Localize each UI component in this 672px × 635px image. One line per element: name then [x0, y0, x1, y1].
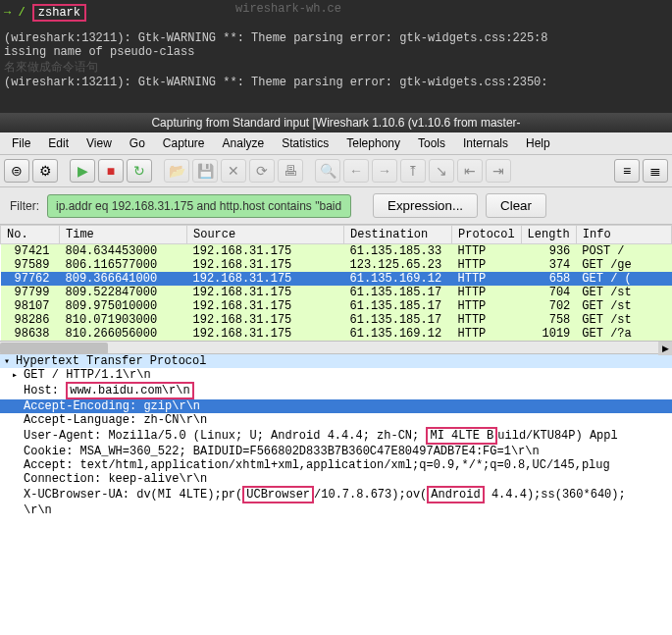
- col-header-source[interactable]: Source: [187, 226, 344, 244]
- menu-go[interactable]: Go: [122, 134, 153, 152]
- table-row[interactable]: 97799809.522847000192.168.31.17561.135.1…: [1, 286, 672, 299]
- cell-dst: 61.135.169.12: [344, 272, 452, 286]
- cell-no: 97799: [1, 286, 60, 299]
- cell-dst: 61.135.169.12: [344, 327, 452, 341]
- forward-icon: →: [372, 159, 397, 183]
- detail-cookie[interactable]: Cookie: MSA_WH=360_522; BAIDUID=F566802D…: [0, 445, 672, 458]
- cell-dst: 61.135.185.17: [344, 313, 452, 327]
- cell-dst: 61.135.185.33: [344, 244, 452, 259]
- detail-proto-header[interactable]: Hypertext Transfer Protocol: [0, 354, 672, 368]
- detail-host[interactable]: Host: www.baidu.com\r\n: [0, 382, 672, 399]
- cell-info: GET /st: [576, 313, 671, 327]
- cell-info: GET /?a: [576, 327, 671, 341]
- col-header-info[interactable]: Info: [576, 226, 671, 244]
- jump-icon: ⤒: [400, 159, 426, 183]
- cell-proto: HTTP: [452, 299, 522, 313]
- ua-pre: User-Agent: Mozilla/5.0 (Linux; U; Andro…: [24, 429, 426, 443]
- detail-connection[interactable]: Connection: keep-alive\r\n: [0, 472, 672, 486]
- save-icon: 💾: [192, 159, 218, 183]
- cell-dst: 123.125.65.23: [344, 258, 452, 272]
- cell-src: 192.168.31.175: [187, 313, 344, 327]
- detail-user-agent[interactable]: User-Agent: Mozilla/5.0 (Linux; U; Andro…: [0, 427, 672, 445]
- detail-accept-language[interactable]: Accept-Language: zh-CN\r\n: [0, 413, 672, 427]
- col-header-protocol[interactable]: Protocol: [452, 226, 522, 244]
- terminal-tab-faded: wireshark-wh.ce: [235, 2, 341, 16]
- menu-help[interactable]: Help: [518, 134, 558, 152]
- cell-src: 192.168.31.175: [187, 327, 344, 341]
- stop-capture-icon[interactable]: ■: [98, 159, 124, 183]
- options-icon[interactable]: ⚙: [32, 159, 58, 183]
- table-row[interactable]: 97421804.634453000192.168.31.17561.135.1…: [1, 244, 672, 259]
- colorize-icon[interactable]: ≡: [614, 159, 640, 183]
- xuc-browser-box: UCBrowser: [242, 486, 314, 503]
- cell-len: 704: [521, 286, 576, 299]
- find-icon: 🔍: [315, 159, 340, 183]
- col-header-destination[interactable]: Destination: [344, 226, 452, 244]
- cell-src: 192.168.31.175: [187, 272, 344, 286]
- menu-capture[interactable]: Capture: [155, 134, 213, 152]
- filter-input[interactable]: [47, 194, 351, 218]
- auto-scroll-icon[interactable]: ≣: [643, 159, 668, 183]
- close-icon: ✕: [221, 159, 246, 183]
- packet-detail-pane[interactable]: Hypertext Transfer Protocol GET / HTTP/1…: [0, 354, 672, 517]
- table-row[interactable]: 97762809.366641000192.168.31.17561.135.1…: [1, 272, 672, 286]
- print-icon: 🖶: [278, 159, 303, 183]
- table-row[interactable]: 98286810.071903000192.168.31.17561.135.1…: [1, 313, 672, 327]
- cell-time: 804.634453000: [60, 244, 187, 259]
- window-title: Capturing from Standard input [Wireshark…: [0, 113, 672, 132]
- cell-len: 758: [521, 313, 576, 327]
- reload-icon: ⟳: [249, 159, 275, 183]
- col-header-length[interactable]: Length: [521, 226, 576, 244]
- table-row[interactable]: 98638810.266056000192.168.31.17561.135.1…: [1, 327, 672, 341]
- ua-post: uild/KTU84P) Appl: [497, 429, 617, 443]
- terminal-warning-1b: issing name of pseudo-class: [4, 45, 668, 59]
- cell-info: GET /st: [576, 286, 671, 299]
- menu-view[interactable]: View: [78, 134, 120, 152]
- toolbar: ⊜ ⚙ ▶ ■ ↻ 📂 💾 ✕ ⟳ 🖶 🔍 ← → ⤒ ↘ ⇤ ⇥ ≡ ≣: [0, 155, 672, 187]
- xuc-os-box: Android: [427, 486, 484, 503]
- packet-table[interactable]: No. Time Source Destination Protocol Len…: [0, 225, 672, 341]
- menu-analyze[interactable]: Analyze: [215, 134, 273, 152]
- packet-scrollbar[interactable]: ▶: [0, 341, 672, 354]
- cell-time: 809.366641000: [60, 272, 187, 286]
- menu-tools[interactable]: Tools: [410, 134, 453, 152]
- expression-button[interactable]: Expression...: [373, 193, 478, 218]
- cell-no: 97762: [1, 272, 60, 286]
- table-row[interactable]: 98107809.975010000192.168.31.17561.135.1…: [1, 299, 672, 313]
- col-header-time[interactable]: Time: [60, 226, 187, 244]
- menu-internals[interactable]: Internals: [455, 134, 516, 152]
- detail-x-ucbrowser[interactable]: X-UCBrowser-UA: dv(MI 4LTE);pr(UCBrowser…: [0, 486, 672, 503]
- goto-icon: ↘: [429, 159, 454, 183]
- interfaces-icon[interactable]: ⊜: [4, 159, 29, 183]
- detail-accept[interactable]: Accept: text/html,application/xhtml+xml,…: [0, 458, 672, 472]
- detail-crlf[interactable]: \r\n: [0, 503, 672, 517]
- xuc-post: 4.4.4);ss(360*640);: [485, 488, 626, 502]
- scrollbar-thumb[interactable]: [0, 343, 108, 354]
- detail-accept-encoding[interactable]: Accept-Encoding: gzip\r\n: [0, 399, 672, 413]
- cell-info: GET /ge: [576, 258, 671, 272]
- last-icon: ⇥: [486, 159, 511, 183]
- col-header-no[interactable]: No.: [1, 226, 60, 244]
- back-icon: ←: [343, 159, 369, 183]
- start-capture-icon[interactable]: ▶: [70, 159, 95, 183]
- restart-capture-icon[interactable]: ↻: [127, 159, 152, 183]
- menu-file[interactable]: File: [4, 134, 38, 152]
- menu-statistics[interactable]: Statistics: [274, 134, 336, 152]
- filter-label: Filter:: [10, 199, 39, 213]
- cell-len: 936: [521, 244, 576, 259]
- terminal-prompt: → /: [4, 6, 26, 20]
- clear-button[interactable]: Clear: [486, 193, 546, 218]
- terminal-pane: → / zshark wireshark-wh.ce (wireshark:13…: [0, 0, 672, 113]
- cell-len: 658: [521, 272, 576, 286]
- xuc-mid: /10.7.8.673);ov(: [314, 488, 427, 502]
- filter-bar: Filter: Expression... Clear: [0, 187, 672, 225]
- cell-proto: HTTP: [452, 272, 522, 286]
- cell-proto: HTTP: [452, 286, 522, 299]
- scrollbar-arrow-right[interactable]: ▶: [658, 342, 672, 355]
- detail-request-line[interactable]: GET / HTTP/1.1\r\n: [0, 368, 672, 382]
- menu-edit[interactable]: Edit: [40, 134, 77, 152]
- menu-telephony[interactable]: Telephony: [338, 134, 408, 152]
- table-row[interactable]: 97589806.116577000192.168.31.175123.125.…: [1, 258, 672, 272]
- cell-proto: HTTP: [452, 327, 522, 341]
- cell-src: 192.168.31.175: [187, 244, 344, 259]
